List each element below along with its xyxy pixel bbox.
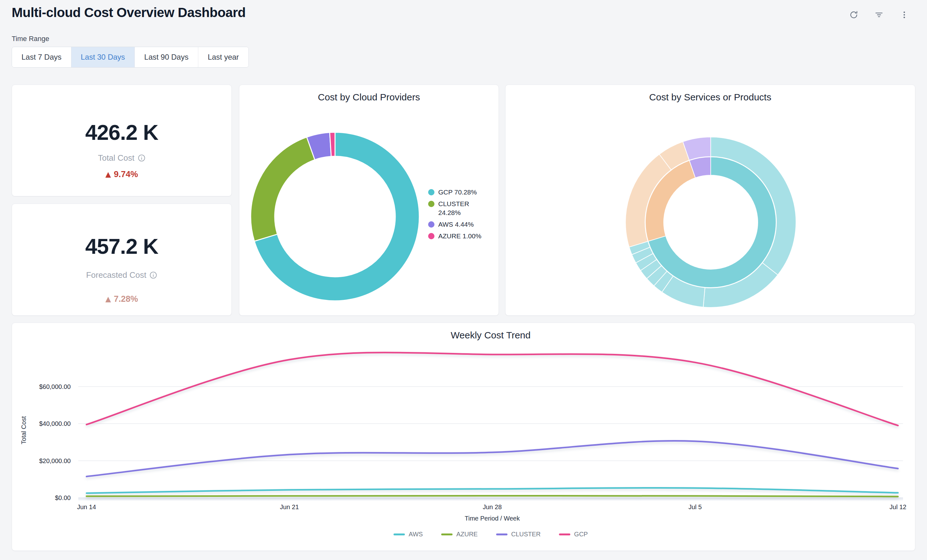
x-axis-title: Time Period / Week: [465, 515, 520, 522]
info-icon[interactable]: [138, 154, 146, 162]
series-line-azure[interactable]: [87, 496, 898, 496]
legend-item-aws[interactable]: AWS 4.44%: [428, 220, 488, 229]
axis-shadow: [78, 498, 903, 501]
legend-label: AZURE 1.00%: [438, 232, 482, 241]
forecasted-cost-value: 457.2 K: [85, 235, 158, 257]
series-line-cluster[interactable]: [87, 441, 898, 477]
legend-item-azure[interactable]: AZURE: [441, 531, 478, 538]
series-line-aws[interactable]: [87, 488, 898, 493]
legend-item-azure[interactable]: AZURE 1.00%: [428, 232, 488, 241]
time-range-last-7-days[interactable]: Last 7 Days: [12, 47, 71, 67]
legend-line-swatch-icon: [441, 533, 453, 536]
legend-line-swatch-icon: [496, 533, 508, 536]
x-tick-label: Jun 28: [483, 504, 502, 510]
page-title: Multi-cloud Cost Overview Dashboard: [12, 5, 246, 20]
series-line-gcp[interactable]: [87, 353, 898, 425]
delta-up-icon: ▲: [105, 171, 111, 178]
refresh-button[interactable]: [847, 8, 861, 22]
filter-button[interactable]: [872, 8, 886, 22]
forecasted-cost-card: 457.2 K Forecasted Cost ▲ 7.28%: [12, 203, 232, 316]
total-cost-label: Total Cost: [98, 154, 146, 162]
y-tick-label: $0.00: [55, 494, 71, 501]
cost-by-services-card: Cost by Services or Products: [505, 85, 915, 316]
legend-label: CLUSTER 24.28%: [438, 199, 488, 217]
delta-value: 9.74%: [114, 170, 138, 179]
time-range-group: Last 7 DaysLast 30 DaysLast 90 DaysLast …: [12, 47, 249, 68]
delta-value: 7.28%: [114, 295, 138, 304]
refresh-icon: [849, 11, 858, 19]
legend-label: CLUSTER: [511, 531, 541, 538]
forecasted-cost-label-text: Forecasted Cost: [86, 271, 146, 279]
legend-line-swatch-icon: [394, 533, 405, 536]
donut-slice-cluster[interactable]: [251, 137, 315, 241]
header-actions: [847, 8, 911, 22]
legend-item-gcp[interactable]: GCP: [559, 531, 588, 538]
y-tick-label: $40,000.00: [39, 420, 71, 427]
y-tick-label: $60,000.00: [39, 383, 71, 390]
legend-swatch-icon: [428, 189, 435, 196]
legend-label: GCP: [574, 531, 588, 538]
time-range-label: Time Range: [12, 35, 49, 43]
weekly-cost-trend-card: Weekly Cost Trend $0.00$20,000.00$40,000…: [12, 323, 915, 551]
forecasted-cost-delta: ▲ 7.28%: [105, 295, 138, 304]
more-menu-button[interactable]: [897, 8, 911, 22]
total-cost-value: 426.2 K: [85, 121, 158, 143]
x-tick-label: Jun 14: [77, 504, 96, 510]
time-range-last-90-days[interactable]: Last 90 Days: [135, 47, 198, 67]
legend-line-swatch-icon: [559, 533, 570, 536]
kebab-menu-icon: [900, 11, 909, 19]
total-cost-delta: ▲ 9.74%: [105, 170, 138, 179]
delta-up-icon: ▲: [105, 296, 111, 303]
x-tick-label: Jun 21: [280, 504, 299, 510]
time-range-last-year[interactable]: Last year: [198, 47, 248, 67]
legend-item-cluster[interactable]: CLUSTER 24.28%: [428, 199, 488, 217]
time-range-last-30-days[interactable]: Last 30 Days: [71, 47, 135, 67]
dashboard: Multi-cloud Cost Overview Dashboard Time…: [0, 0, 927, 560]
filter-icon: [875, 11, 883, 19]
info-icon[interactable]: [149, 271, 157, 279]
legend-swatch-icon: [428, 221, 435, 228]
legend-item-gcp[interactable]: GCP 70.28%: [428, 188, 488, 197]
legend-label: AZURE: [456, 531, 478, 538]
legend-label: AWS 4.44%: [438, 220, 474, 229]
services-sunburst-chart[interactable]: [506, 85, 916, 316]
total-cost-label-text: Total Cost: [98, 154, 135, 162]
legend-swatch-icon: [428, 233, 435, 239]
legend-label: AWS: [409, 531, 423, 538]
weekly-trend-line-chart[interactable]: $0.00$20,000.00$40,000.00$60,000.00Jun 1…: [12, 323, 916, 551]
legend-label: GCP 70.28%: [438, 188, 477, 197]
x-tick-label: Jul 5: [688, 504, 702, 510]
x-tick-label: Jul 12: [889, 504, 906, 510]
legend-item-cluster[interactable]: CLUSTER: [496, 531, 541, 538]
weekly-trend-legend: AWSAZURECLUSTERGCP: [394, 531, 588, 538]
legend-item-aws[interactable]: AWS: [394, 531, 423, 538]
total-cost-card: 426.2 K Total Cost ▲ 9.74%: [12, 85, 232, 196]
y-axis-title: Total Cost: [20, 416, 27, 444]
cost-by-providers-card: Cost by Cloud Providers GCP 70.28%CLUSTE…: [239, 85, 499, 316]
providers-legend: GCP 70.28%CLUSTER 24.28%AWS 4.44%AZURE 1…: [428, 188, 488, 241]
forecasted-cost-label: Forecasted Cost: [86, 271, 158, 279]
legend-swatch-icon: [428, 201, 435, 207]
y-tick-label: $20,000.00: [39, 457, 71, 464]
